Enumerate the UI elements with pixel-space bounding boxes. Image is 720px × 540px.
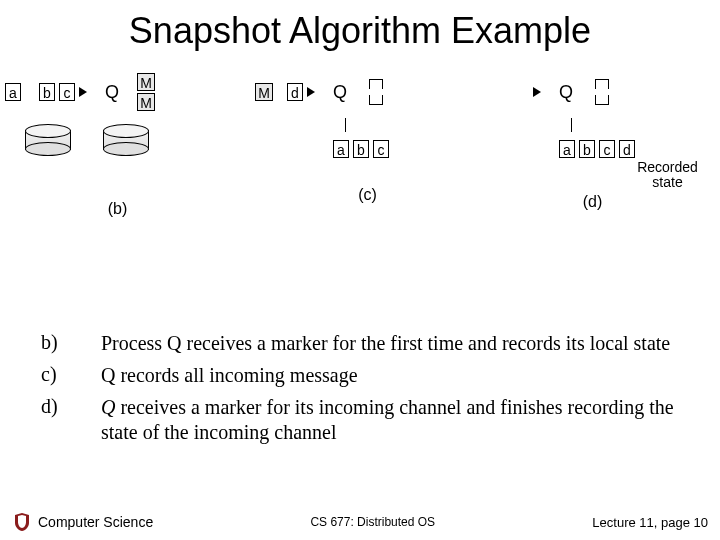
recorded-state-label: Recorded state xyxy=(615,160,720,191)
msg-d: d xyxy=(619,140,635,158)
msg-c: c xyxy=(599,140,615,158)
diagram-c: M d Q a b c (c) xyxy=(255,72,480,204)
footer-left: Computer Science xyxy=(12,512,153,532)
storage-icon xyxy=(25,130,71,150)
process-q: Q xyxy=(559,82,573,103)
marker-m: M xyxy=(137,73,155,91)
umass-logo-icon xyxy=(12,512,32,532)
connector-icon xyxy=(571,118,572,132)
bullet-text-b: Process Q receives a marker for the firs… xyxy=(100,330,700,362)
process-q: Q xyxy=(105,82,119,103)
footer: Computer Science CS 677: Distributed OS … xyxy=(0,512,720,532)
caption-c: (c) xyxy=(255,186,480,204)
caption-d: (d) xyxy=(465,193,720,211)
footer-page: Lecture 11, page 10 xyxy=(592,515,708,530)
buffer-icon xyxy=(369,95,383,105)
bullet-text-d: Q receives a marker for its incoming cha… xyxy=(100,394,700,451)
arrow-icon xyxy=(79,87,87,97)
storage-icon xyxy=(103,130,149,150)
footer-course: CS 677: Distributed OS xyxy=(153,515,592,529)
buffer-icon xyxy=(595,79,609,89)
msg-c: c xyxy=(373,140,389,158)
msg-a: a xyxy=(5,83,21,101)
msg-b: b xyxy=(353,140,369,158)
msg-b: b xyxy=(579,140,595,158)
process-q: Q xyxy=(333,82,347,103)
bullet-text-c: Q records all incoming message xyxy=(100,362,700,394)
msg-b: b xyxy=(39,83,55,101)
arrow-icon xyxy=(307,87,315,97)
msg-a: a xyxy=(333,140,349,158)
bullet-label-b: b) xyxy=(40,330,100,362)
diagram-d: Q a b c d Recorded state (d) xyxy=(495,72,720,211)
arrow-icon xyxy=(533,87,541,97)
slide-title: Snapshot Algorithm Example xyxy=(0,0,720,52)
diagram-area: a b c Q M M (b) M d Q xyxy=(0,72,720,292)
connector-icon xyxy=(345,118,346,132)
marker-m: M xyxy=(137,93,155,111)
footer-dept: Computer Science xyxy=(38,514,153,530)
bullet-label-d: d) xyxy=(40,394,100,451)
buffer-icon xyxy=(369,79,383,89)
caption-b: (b) xyxy=(5,200,230,218)
msg-c: c xyxy=(59,83,75,101)
marker-m: M xyxy=(255,83,273,101)
buffer-icon xyxy=(595,95,609,105)
bullet-list: b) Process Q receives a marker for the f… xyxy=(40,330,700,451)
diagram-b: a b c Q M M (b) xyxy=(5,72,230,218)
msg-a: a xyxy=(559,140,575,158)
bullet-label-c: c) xyxy=(40,362,100,394)
msg-d: d xyxy=(287,83,303,101)
